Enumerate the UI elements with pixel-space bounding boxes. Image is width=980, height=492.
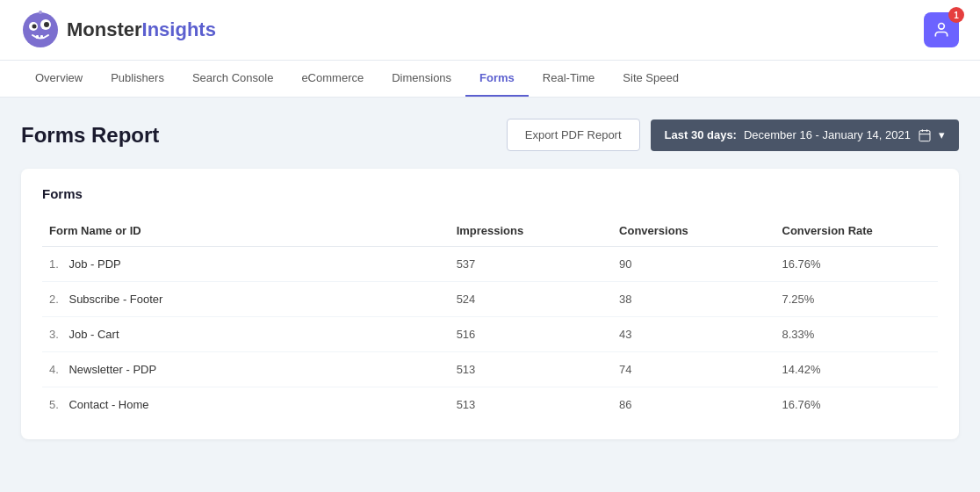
cell-impressions: 513: [450, 387, 612, 423]
cell-conversions: 38: [612, 282, 775, 317]
form-name: Contact - Home: [68, 398, 148, 411]
nav-item-realtime[interactable]: Real-Time: [529, 61, 609, 97]
cell-conversion-rate: 16.76%: [775, 247, 938, 282]
col-form-name: Form Name or ID: [42, 215, 450, 247]
report-title: Forms Report: [21, 123, 159, 148]
nav-item-overview[interactable]: Overview: [21, 61, 97, 97]
calendar-icon: [918, 128, 932, 142]
svg-rect-5: [36, 35, 39, 39]
cell-conversions: 86: [612, 387, 775, 423]
svg-point-4: [44, 22, 49, 27]
svg-point-9: [939, 24, 945, 30]
nav-item-site-speed[interactable]: Site Speed: [609, 61, 693, 97]
svg-point-8: [39, 11, 42, 14]
cell-form-name: 4. Newsletter - PDP: [42, 352, 450, 387]
row-number: 3.: [49, 328, 59, 341]
svg-rect-10: [919, 130, 930, 141]
cell-conversion-rate: 16.76%: [775, 387, 938, 423]
export-pdf-button[interactable]: Export PDF Report: [507, 119, 640, 151]
nav-item-dimensions[interactable]: Dimensions: [378, 61, 465, 97]
row-number: 5.: [49, 398, 59, 411]
table-row: 4. Newsletter - PDP 513 74 14.42%: [42, 352, 938, 387]
dropdown-arrow: ▾: [939, 128, 945, 141]
form-name: Newsletter - PDP: [68, 363, 156, 376]
cell-conversions: 74: [612, 352, 775, 387]
cell-form-name: 2. Subscribe - Footer: [42, 282, 450, 317]
cell-form-name: 1. Job - PDP: [42, 247, 450, 282]
row-number: 4.: [49, 363, 59, 376]
date-range: December 16 - January 14, 2021: [744, 128, 911, 141]
nav-item-forms[interactable]: Forms: [465, 61, 529, 97]
row-number: 2.: [49, 293, 59, 306]
nav-item-ecommerce[interactable]: eCommerce: [287, 61, 378, 97]
table-row: 1. Job - PDP 537 90 16.76%: [42, 247, 938, 282]
svg-rect-6: [40, 35, 43, 39]
row-number: 1.: [49, 257, 59, 271]
header-right: 1: [924, 12, 959, 47]
logo: MonsterInsights: [21, 11, 216, 49]
cell-impressions: 516: [450, 317, 612, 352]
table-row: 2. Subscribe - Footer 524 38 7.25%: [42, 282, 938, 317]
cell-conversions: 43: [612, 317, 775, 352]
table-row: 5. Contact - Home 513 86 16.76%: [42, 387, 938, 423]
cell-conversion-rate: 14.42%: [775, 352, 938, 387]
forms-table-card: Forms Form Name or ID Impressions Conver…: [21, 169, 959, 439]
forms-table: Form Name or ID Impressions Conversions …: [42, 215, 938, 422]
cell-form-name: 3. Job - Cart: [42, 317, 450, 352]
table-row: 3. Job - Cart 516 43 8.33%: [42, 317, 938, 352]
cell-conversion-rate: 8.33%: [775, 317, 938, 352]
form-name: Subscribe - Footer: [68, 293, 162, 306]
main-content: Forms Report Export PDF Report Last 30 d…: [0, 98, 980, 460]
cell-conversions: 90: [612, 247, 775, 282]
col-impressions: Impressions: [450, 215, 612, 247]
nav-item-publishers[interactable]: Publishers: [97, 61, 178, 97]
report-header: Forms Report Export PDF Report Last 30 d…: [21, 119, 959, 151]
table-section-title: Forms: [42, 186, 938, 201]
cell-impressions: 524: [450, 282, 612, 317]
notification-badge: 1: [948, 7, 964, 23]
form-name: Job - PDP: [68, 257, 120, 271]
date-label: Last 30 days:: [665, 128, 737, 141]
header: MonsterInsights 1: [0, 0, 980, 61]
svg-point-3: [32, 25, 37, 29]
form-name: Job - Cart: [68, 328, 119, 341]
table-header-row: Form Name or ID Impressions Conversions …: [42, 215, 938, 247]
user-icon: [933, 21, 950, 39]
cell-conversion-rate: 7.25%: [775, 282, 938, 317]
col-conversions: Conversions: [612, 215, 775, 247]
main-nav: Overview Publishers Search Console eComm…: [0, 61, 980, 98]
logo-text: MonsterInsights: [67, 18, 216, 41]
cell-form-name: 5. Contact - Home: [42, 387, 450, 423]
col-conversion-rate: Conversion Rate: [775, 215, 938, 247]
report-actions: Export PDF Report Last 30 days: December…: [507, 119, 959, 151]
logo-icon: [21, 11, 60, 49]
nav-item-search-console[interactable]: Search Console: [178, 61, 288, 97]
cell-impressions: 513: [450, 352, 612, 387]
date-range-button[interactable]: Last 30 days: December 16 - January 14, …: [651, 119, 959, 151]
cell-impressions: 537: [450, 247, 612, 282]
